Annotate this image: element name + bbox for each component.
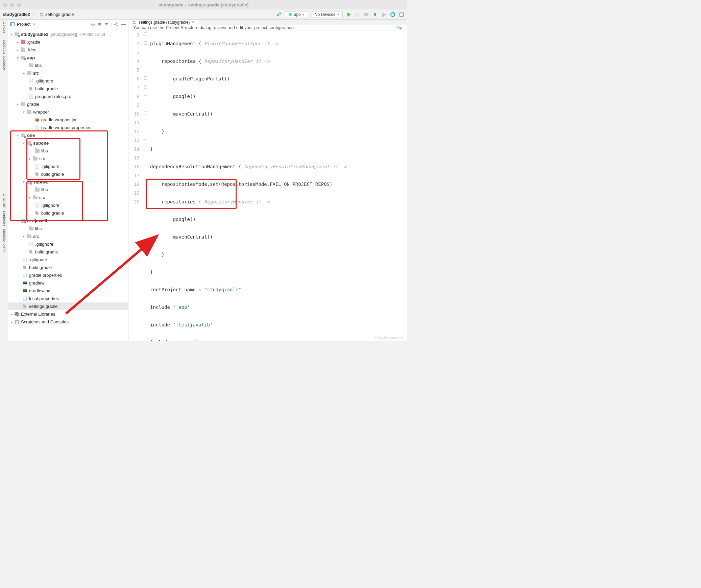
fold-column[interactable]: − − − − − − − − (143, 30, 148, 341)
zoom-window-icon[interactable] (17, 3, 21, 7)
expand-all-icon[interactable] (97, 22, 102, 27)
device-combo[interactable]: No Devices ▼ (312, 11, 343, 18)
activity-restart-icon[interactable] (364, 12, 369, 17)
editor-area: settings.gradle (studygradle) × You can … (128, 20, 407, 341)
tree-item[interactable]: libs (8, 147, 128, 155)
breadcrumb[interactable]: studygradle2 〉 settings.gradle (3, 11, 74, 18)
gear-icon[interactable] (114, 22, 119, 27)
code-content[interactable]: pluginManagement { PluginManagementSpec … (148, 30, 407, 341)
window-title-bar: studygradle – settings.gradle (studygrad… (0, 0, 407, 9)
tree-item[interactable]: ▾testjavalib (8, 217, 128, 225)
chevron-down-icon: ▼ (337, 13, 340, 16)
code-editor[interactable]: 1234567891011121314151617181920 − − − − … (128, 30, 407, 341)
window-controls[interactable] (3, 3, 21, 7)
tree-item[interactable]: ▸src (8, 232, 128, 240)
tree-item[interactable]: ▾app (8, 54, 128, 62)
run-config-combo[interactable]: app ▼ (285, 11, 308, 18)
tree-item[interactable]: libs (8, 62, 128, 69)
coverage-icon[interactable] (381, 12, 387, 17)
tree-item[interactable]: 📄.gitignore (8, 256, 128, 264)
tree-item-selected[interactable]: 🐘settings.gradle (8, 302, 128, 310)
tree-item[interactable]: 📄.gitignore (8, 240, 128, 248)
svg-rect-3 (400, 13, 403, 16)
svg-point-7 (92, 24, 93, 25)
close-tab-icon[interactable]: × (192, 20, 194, 25)
tree-item[interactable]: ▾gradle (8, 100, 128, 108)
gradle-icon (39, 12, 44, 17)
tree-item[interactable]: 🐘build.gradle (8, 170, 128, 178)
tree-item[interactable]: 📄.gitignore (8, 163, 128, 170)
tree-item[interactable]: ▾subtwo (8, 178, 128, 186)
debug-icon[interactable] (372, 12, 378, 17)
tree-item[interactable]: 🐘build.gradle (8, 209, 128, 217)
minimize-window-icon[interactable] (10, 3, 14, 7)
notification-bar: You can use the Project Structure dialog… (128, 25, 407, 30)
tree-item[interactable]: 📊gradle.properties (8, 271, 128, 279)
window-title: studygradle – settings.gradle (studygrad… (159, 2, 249, 7)
tree-item[interactable]: 📄.gitignore (8, 77, 128, 85)
run-icon[interactable] (346, 12, 352, 17)
toolbar-right: app ▼ No Devices ▼ (276, 11, 404, 18)
gradle-icon (132, 20, 137, 25)
profiler-icon[interactable] (390, 12, 395, 17)
tree-item[interactable]: 📟gradlew.bat (8, 287, 128, 295)
notice-text: You can use the Project Structure dialog… (133, 25, 294, 30)
project-panel-header: Project ▼ | — (8, 20, 128, 29)
tree-item[interactable]: ▸src (8, 155, 128, 163)
tree-item[interactable]: ▸📋Scratches and Consoles (8, 318, 128, 326)
editor-tab[interactable]: settings.gradle (studygradle) × (128, 20, 198, 25)
chevron-down-icon: ▼ (302, 13, 305, 16)
library-icon: 📚 (14, 312, 20, 317)
chevron-down-icon[interactable]: ▼ (32, 23, 35, 26)
tree-item[interactable]: ▸src (8, 69, 128, 77)
tree-item[interactable]: 📄proguard-rules.pro (8, 93, 128, 100)
tree-root[interactable]: ▾studygradle2 [[studygradle]]~/AndroidSt… (8, 30, 128, 38)
editor-tabs: settings.gradle (studygradle) × (128, 20, 407, 25)
select-opened-file-icon[interactable] (91, 22, 95, 27)
tree-item[interactable]: 🐘build.gradle (8, 264, 128, 271)
project-tree[interactable]: ▾studygradle2 [[studygradle]]~/AndroidSt… (8, 29, 128, 341)
tree-item[interactable]: ▸.idea (8, 46, 128, 54)
tab-label: settings.gradle (studygradle) (139, 20, 190, 25)
rail-resource-manager[interactable]: Resource Manager (2, 40, 6, 72)
scratches-icon: 📋 (14, 319, 20, 325)
rail-project[interactable]: Project (2, 22, 6, 33)
tree-item[interactable]: 🐘build.gradle (8, 85, 128, 93)
project-panel: Project ▼ | — ▾studygradle2 [[studygradl… (8, 20, 128, 341)
close-window-icon[interactable] (3, 3, 7, 7)
rail-build-variants[interactable]: Build Variants (2, 229, 6, 252)
breadcrumb-module[interactable]: studygradle2 (3, 12, 30, 17)
tree-item[interactable]: libs (8, 225, 128, 232)
panel-title[interactable]: Project (17, 22, 30, 27)
tree-item[interactable]: ▾wrapper (8, 108, 128, 116)
tree-item[interactable]: 📄gradle-wrapper.properties (8, 124, 128, 131)
svg-rect-0 (364, 13, 368, 16)
app-inspection-icon[interactable] (399, 12, 404, 17)
tree-item[interactable]: ▾subone (8, 139, 128, 147)
tree-item[interactable]: ▸.gradle (8, 38, 128, 46)
run-config-label: app (294, 12, 301, 17)
breadcrumb-file[interactable]: settings.gradle (45, 12, 74, 17)
line-gutter: 1234567891011121314151617181920 (128, 30, 143, 341)
svg-point-1 (382, 15, 384, 17)
android-icon (288, 12, 293, 17)
tree-item[interactable]: libs (8, 186, 128, 194)
svg-rect-5 (10, 22, 12, 26)
notice-action[interactable]: Op (396, 25, 402, 30)
project-view-icon[interactable] (10, 22, 15, 27)
rail-favorites[interactable]: Favorites (2, 211, 6, 226)
tree-item[interactable]: 📦gradle-wrapper.jar (8, 116, 128, 124)
apply-changes-icon[interactable] (355, 12, 360, 17)
hammer-icon[interactable] (276, 12, 282, 17)
tree-item[interactable]: 📊local.properties (8, 295, 128, 302)
tree-item[interactable]: ▸src (8, 194, 128, 201)
rail-structure[interactable]: Structure (2, 193, 6, 209)
collapse-all-icon[interactable] (104, 22, 109, 27)
hide-button[interactable]: — (121, 21, 126, 27)
tree-item[interactable]: 🐘build.gradle (8, 248, 128, 256)
tree-item[interactable]: ▸📚External Libraries (8, 310, 128, 318)
tree-item[interactable]: ▾one (8, 131, 128, 139)
tree-item[interactable]: 📟gradlew (8, 279, 128, 287)
tree-item[interactable]: 📄.gitignore (8, 201, 128, 209)
left-tool-rail: Project Resource Manager Structure Favor… (0, 20, 8, 341)
